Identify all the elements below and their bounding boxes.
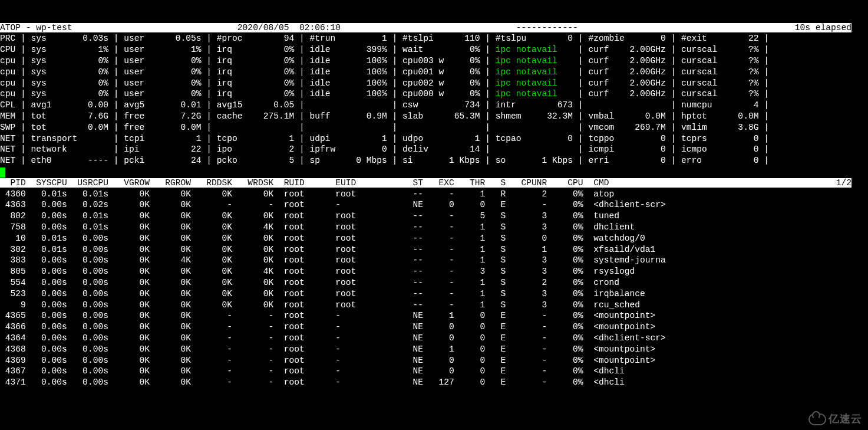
process-row[interactable]: 4367 0.00s 0.00s 0K 0K - - root - NE 0 0… <box>0 366 868 377</box>
process-row[interactable]: 802 0.00s 0.01s 0K 0K 0K 0K root root --… <box>0 211 868 222</box>
sysrow-cpu: cpu | sys 0% | user 0% | irq 0% | idle 1… <box>0 55 868 67</box>
sysrow-prc: PRC | sys 0.03s | user 0.05s | #proc 94 … <box>0 33 868 44</box>
process-header: PID SYSCPU USRCPU VGROW RGROW RDDSK WRDS… <box>0 178 868 189</box>
process-row[interactable]: 4364 0.00s 0.00s 0K 0K - - root - NE 0 0… <box>0 333 868 344</box>
sysrow-cpu: CPU | sys 1% | user 1% | irq 0% | idle 3… <box>0 44 868 55</box>
sysrow-cpu: cpu | sys 0% | user 0% | irq 0% | idle 1… <box>0 67 868 78</box>
sysrow-net: NET | network | ipi 22 | ipo 2 | ipfrw 0… <box>0 144 868 155</box>
process-row[interactable]: 554 0.00s 0.00s 0K 0K 0K 0K root root --… <box>0 277 868 288</box>
sysrow-cpu: cpu | sys 0% | user 0% | irq 0% | idle 1… <box>0 88 868 100</box>
watermark-text: 亿速云 <box>829 413 862 425</box>
sysrow-cpu: cpu | sys 0% | user 0% | irq 0% | idle 1… <box>0 78 868 89</box>
process-row[interactable]: 523 0.00s 0.00s 0K 0K 0K 0K root root --… <box>0 288 868 300</box>
cursor-icon <box>0 168 5 178</box>
process-row[interactable]: 302 0.01s 0.00s 0K 0K 0K 0K root root --… <box>0 244 868 255</box>
sysrow-mem: MEM | tot 7.6G | free 7.2G | cache 275.1… <box>0 111 868 122</box>
header-bar: ATOP - wp-test 2020/08/05 02:06:10 -----… <box>0 22 868 34</box>
process-row[interactable]: 4368 0.00s 0.00s 0K 0K - - root - NE 1 0… <box>0 344 868 355</box>
sysrow-swp: SWP | tot 0.0M | free 0.0M | | | | | vmc… <box>0 122 868 133</box>
process-row[interactable]: 4363 0.00s 0.02s 0K 0K - - root - NE 0 0… <box>0 199 868 211</box>
sysrow-net: NET | transport | tcpi 1 | tcpo 1 | udpi… <box>0 133 868 145</box>
process-row[interactable]: 758 0.00s 0.01s 0K 0K 0K 4K root root --… <box>0 222 868 233</box>
process-row[interactable]: 4365 0.00s 0.00s 0K 0K - - root - NE 1 0… <box>0 310 868 321</box>
process-row[interactable]: 383 0.00s 0.00s 0K 4K 0K 0K root root --… <box>0 255 868 266</box>
process-row[interactable]: 4369 0.00s 0.00s 0K 0K - - root - NE 0 0… <box>0 355 868 366</box>
sysrow-net: NET | eth0 ---- | pcki 24 | pcko 5 | sp … <box>0 155 868 166</box>
sysrow-cpl: CPL | avg1 0.00 | avg5 0.01 | avg15 0.05… <box>0 100 868 111</box>
process-row[interactable]: 4360 0.01s 0.01s 0K 0K 0K 0K root root -… <box>0 189 868 200</box>
process-row[interactable]: 4371 0.00s 0.00s 0K 0K - - root - NE 127… <box>0 377 868 388</box>
process-row[interactable]: 805 0.00s 0.00s 0K 0K 0K 4K root root --… <box>0 266 868 277</box>
process-row[interactable]: 9 0.00s 0.00s 0K 0K 0K 0K root root -- -… <box>0 300 868 311</box>
process-row[interactable]: 4366 0.00s 0.00s 0K 0K - - root - NE 0 0… <box>0 321 868 333</box>
cursor-line <box>0 166 868 178</box>
watermark-logo: 亿速云 <box>808 413 862 425</box>
process-row[interactable]: 10 0.01s 0.00s 0K 0K 0K 0K root root -- … <box>0 233 868 244</box>
